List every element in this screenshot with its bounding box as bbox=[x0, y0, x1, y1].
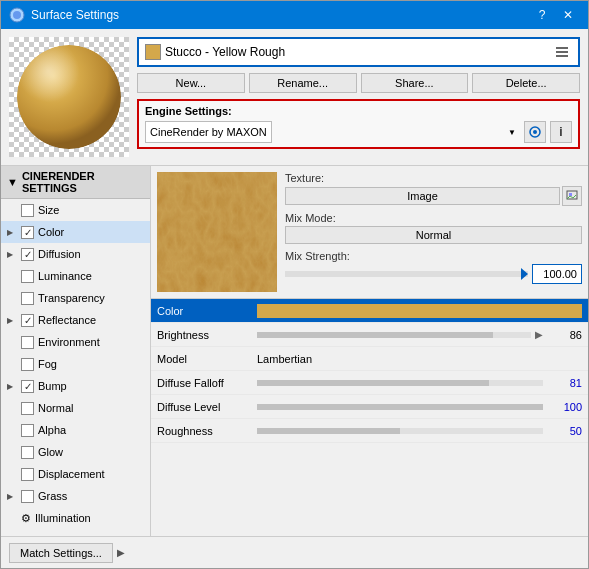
cinerender-settings-header[interactable]: ▼ CINERENDER SETTINGS bbox=[1, 166, 150, 199]
svg-rect-14 bbox=[569, 193, 572, 196]
diffuse-falloff-slider[interactable] bbox=[257, 380, 543, 386]
bottom-bar: Match Settings... ▶ bbox=[1, 536, 588, 568]
material-menu-button[interactable] bbox=[552, 42, 572, 62]
material-preview bbox=[9, 37, 129, 157]
sidebar-item-grass[interactable]: ▶ Grass bbox=[1, 485, 150, 507]
prop-row-brightness[interactable]: Brightness ▶ 86 bbox=[151, 323, 588, 347]
reflectance-arrow: ▶ bbox=[7, 316, 17, 325]
svg-rect-7 bbox=[556, 55, 568, 57]
glow-checkbox[interactable] bbox=[21, 446, 34, 459]
illumination-icon: ⚙ bbox=[21, 512, 31, 525]
roughness-value: 50 bbox=[547, 425, 582, 437]
help-button[interactable]: ? bbox=[530, 5, 554, 25]
sidebar-item-alpha[interactable]: Alpha bbox=[1, 419, 150, 441]
brightness-arrow: ▶ bbox=[535, 329, 543, 340]
model-value-area: Lambertian bbox=[257, 353, 582, 365]
diffusion-checkbox[interactable] bbox=[21, 248, 34, 261]
sidebar-label-bump: Bump bbox=[38, 380, 67, 392]
sidebar-item-bump[interactable]: ▶ Bump bbox=[1, 375, 150, 397]
delete-button[interactable]: Delete... bbox=[472, 73, 580, 93]
texture-label: Texture: bbox=[285, 172, 582, 184]
brightness-slider[interactable] bbox=[257, 332, 531, 338]
browse-icon bbox=[566, 190, 578, 202]
texture-preview-box bbox=[157, 172, 277, 292]
sidebar-item-luminance[interactable]: Luminance bbox=[1, 265, 150, 287]
engine-select[interactable]: CineRender by MAXON bbox=[145, 121, 272, 143]
detail-top: Texture: Image bbox=[151, 166, 588, 298]
size-checkbox[interactable] bbox=[21, 204, 34, 217]
sidebar-item-environment[interactable]: Environment bbox=[1, 331, 150, 353]
transparency-checkbox[interactable] bbox=[21, 292, 34, 305]
sidebar-item-transparency[interactable]: Transparency bbox=[1, 287, 150, 309]
content-area: Stucco - Yellow Rough New... Rename... S… bbox=[1, 29, 588, 568]
mix-mode-button[interactable]: Normal bbox=[285, 226, 582, 244]
sidebar-item-reflectance[interactable]: ▶ Reflectance bbox=[1, 309, 150, 331]
main-panel: ▼ CINERENDER SETTINGS Size ▶ Color bbox=[1, 165, 588, 536]
rename-button[interactable]: Rename... bbox=[249, 73, 357, 93]
settings-icon bbox=[528, 125, 542, 139]
sidebar-item-normal[interactable]: Normal bbox=[1, 397, 150, 419]
displacement-checkbox[interactable] bbox=[21, 468, 34, 481]
diffuse-falloff-value-area: 81 bbox=[257, 377, 582, 389]
prop-row-roughness[interactable]: Roughness 50 bbox=[151, 419, 588, 443]
fog-checkbox[interactable] bbox=[21, 358, 34, 371]
strength-slider-container[interactable] bbox=[285, 264, 528, 284]
engine-settings-icon-button[interactable] bbox=[524, 121, 546, 143]
sidebar-label-fog: Fog bbox=[38, 358, 57, 370]
sidebar-item-fog[interactable]: Fog bbox=[1, 353, 150, 375]
texture-browse-button[interactable] bbox=[562, 186, 582, 206]
share-button[interactable]: Share... bbox=[361, 73, 469, 93]
strength-indicator bbox=[521, 268, 528, 280]
sidebar-item-diffusion[interactable]: ▶ Diffusion bbox=[1, 243, 150, 265]
sidebar-item-glow[interactable]: Glow bbox=[1, 441, 150, 463]
new-button[interactable]: New... bbox=[137, 73, 245, 93]
environment-checkbox[interactable] bbox=[21, 336, 34, 349]
match-arrow-icon: ▶ bbox=[117, 547, 125, 558]
texture-image-button[interactable]: Image bbox=[285, 187, 560, 205]
prop-row-diffuse-falloff[interactable]: Diffuse Falloff 81 bbox=[151, 371, 588, 395]
luminance-checkbox[interactable] bbox=[21, 270, 34, 283]
prop-row-model[interactable]: Model Lambertian bbox=[151, 347, 588, 371]
bump-checkbox[interactable] bbox=[21, 380, 34, 393]
prop-row-color[interactable]: Color bbox=[151, 299, 588, 323]
material-color-swatch bbox=[145, 44, 161, 60]
color-arrow: ▶ bbox=[7, 228, 17, 237]
alpha-checkbox[interactable] bbox=[21, 424, 34, 437]
action-buttons: New... Rename... Share... Delete... bbox=[137, 73, 580, 93]
collapse-arrow: ▼ bbox=[7, 176, 18, 188]
diffuse-level-slider[interactable] bbox=[257, 404, 543, 410]
sidebar-item-color[interactable]: ▶ Color bbox=[1, 221, 150, 243]
top-section: Stucco - Yellow Rough New... Rename... S… bbox=[1, 29, 588, 165]
properties-table: Color Brightness ▶ 86 bbox=[151, 298, 588, 536]
sidebar-label-reflectance: Reflectance bbox=[38, 314, 96, 326]
match-settings-button[interactable]: Match Settings... bbox=[9, 543, 113, 563]
grass-checkbox[interactable] bbox=[21, 490, 34, 503]
reflectance-checkbox[interactable] bbox=[21, 314, 34, 327]
sidebar: ▼ CINERENDER SETTINGS Size ▶ Color bbox=[1, 166, 151, 536]
sidebar-label-alpha: Alpha bbox=[38, 424, 66, 436]
window-icon bbox=[9, 7, 25, 23]
right-top-controls: Stucco - Yellow Rough New... Rename... S… bbox=[137, 37, 580, 157]
engine-label: Engine Settings: bbox=[145, 105, 572, 117]
material-name-bar: Stucco - Yellow Rough bbox=[137, 37, 580, 67]
roughness-slider[interactable] bbox=[257, 428, 543, 434]
prop-row-diffuse-level[interactable]: Diffuse Level 100 bbox=[151, 395, 588, 419]
strength-value: 100.00 bbox=[532, 264, 582, 284]
sidebar-item-illumination[interactable]: ⚙ Illumination bbox=[1, 507, 150, 529]
title-bar-left: Surface Settings bbox=[9, 7, 119, 23]
color-swatch[interactable] bbox=[257, 304, 582, 318]
svg-point-9 bbox=[533, 130, 537, 134]
sidebar-item-size[interactable]: Size bbox=[1, 199, 150, 221]
svg-rect-5 bbox=[556, 47, 568, 49]
sidebar-item-displacement[interactable]: Displacement bbox=[1, 463, 150, 485]
section-title: CINERENDER SETTINGS bbox=[22, 170, 144, 194]
grass-arrow: ▶ bbox=[7, 492, 17, 501]
normal-checkbox[interactable] bbox=[21, 402, 34, 415]
model-value-text: Lambertian bbox=[257, 353, 312, 365]
engine-info-button[interactable]: i bbox=[550, 121, 572, 143]
sidebar-label-luminance: Luminance bbox=[38, 270, 92, 282]
close-button[interactable]: ✕ bbox=[556, 5, 580, 25]
title-bar: Surface Settings ? ✕ bbox=[1, 1, 588, 29]
color-checkbox[interactable] bbox=[21, 226, 34, 239]
texture-controls: Texture: Image bbox=[277, 172, 582, 292]
